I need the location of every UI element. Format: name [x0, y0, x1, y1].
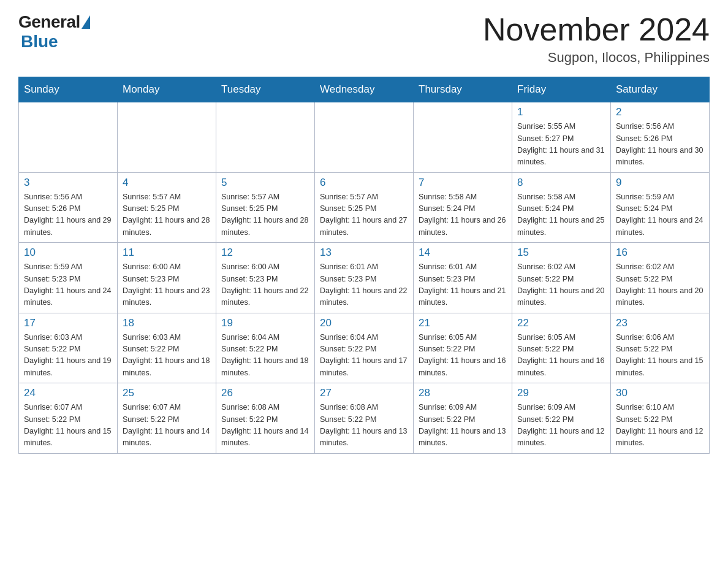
month-title: November 2024	[483, 12, 710, 47]
calendar-header-sunday: Sunday	[19, 77, 118, 102]
day-info: Sunrise: 6:04 AMSunset: 5:22 PMDaylight:…	[320, 332, 408, 380]
day-number: 22	[517, 317, 605, 329]
day-info: Sunrise: 5:57 AMSunset: 5:25 PMDaylight:…	[320, 191, 408, 239]
day-info: Sunrise: 6:02 AMSunset: 5:22 PMDaylight:…	[616, 261, 704, 309]
day-info: Sunrise: 5:58 AMSunset: 5:24 PMDaylight:…	[419, 191, 507, 239]
calendar-header-friday: Friday	[512, 77, 611, 102]
day-info: Sunrise: 6:01 AMSunset: 5:23 PMDaylight:…	[320, 261, 408, 309]
calendar-cell	[216, 102, 315, 173]
calendar-table: SundayMondayTuesdayWednesdayThursdayFrid…	[18, 77, 710, 454]
day-number: 4	[123, 177, 211, 189]
calendar-cell: 22Sunrise: 6:05 AMSunset: 5:22 PMDayligh…	[512, 313, 611, 383]
calendar-header-tuesday: Tuesday	[216, 77, 315, 102]
day-info: Sunrise: 6:00 AMSunset: 5:23 PMDaylight:…	[221, 261, 309, 309]
day-info: Sunrise: 5:56 AMSunset: 5:26 PMDaylight:…	[616, 121, 704, 169]
day-number: 7	[419, 177, 507, 189]
day-number: 13	[320, 247, 408, 259]
day-info: Sunrise: 6:01 AMSunset: 5:23 PMDaylight:…	[419, 261, 507, 309]
day-number: 25	[123, 387, 211, 399]
day-info: Sunrise: 6:03 AMSunset: 5:22 PMDaylight:…	[24, 332, 112, 380]
calendar-cell: 23Sunrise: 6:06 AMSunset: 5:22 PMDayligh…	[611, 313, 710, 383]
day-number: 1	[517, 106, 605, 118]
day-number: 15	[517, 247, 605, 259]
calendar-cell: 14Sunrise: 6:01 AMSunset: 5:23 PMDayligh…	[414, 243, 512, 313]
day-info: Sunrise: 6:09 AMSunset: 5:22 PMDaylight:…	[419, 402, 507, 450]
calendar-cell	[315, 102, 414, 173]
day-info: Sunrise: 5:59 AMSunset: 5:24 PMDaylight:…	[616, 191, 704, 239]
calendar-cell: 5Sunrise: 5:57 AMSunset: 5:25 PMDaylight…	[216, 172, 315, 243]
day-number: 20	[320, 317, 408, 329]
calendar-cell: 17Sunrise: 6:03 AMSunset: 5:22 PMDayligh…	[19, 313, 118, 383]
day-info: Sunrise: 6:08 AMSunset: 5:22 PMDaylight:…	[221, 402, 309, 450]
day-info: Sunrise: 6:04 AMSunset: 5:22 PMDaylight:…	[221, 332, 309, 380]
day-info: Sunrise: 6:00 AMSunset: 5:23 PMDaylight:…	[123, 261, 211, 309]
calendar-header-row: SundayMondayTuesdayWednesdayThursdayFrid…	[19, 77, 710, 102]
calendar-cell: 20Sunrise: 6:04 AMSunset: 5:22 PMDayligh…	[315, 313, 414, 383]
day-number: 24	[24, 387, 112, 399]
calendar-week-row: 10Sunrise: 5:59 AMSunset: 5:23 PMDayligh…	[19, 243, 710, 313]
day-info: Sunrise: 5:59 AMSunset: 5:23 PMDaylight:…	[24, 261, 112, 309]
day-number: 30	[616, 387, 704, 399]
day-number: 11	[123, 247, 211, 259]
day-info: Sunrise: 6:02 AMSunset: 5:22 PMDaylight:…	[517, 261, 605, 309]
day-number: 3	[24, 177, 112, 189]
calendar-week-row: 24Sunrise: 6:07 AMSunset: 5:22 PMDayligh…	[19, 383, 710, 454]
day-info: Sunrise: 6:03 AMSunset: 5:22 PMDaylight:…	[123, 332, 211, 380]
calendar-cell: 30Sunrise: 6:10 AMSunset: 5:22 PMDayligh…	[611, 383, 710, 454]
day-number: 2	[616, 106, 704, 118]
calendar-cell: 10Sunrise: 5:59 AMSunset: 5:23 PMDayligh…	[19, 243, 118, 313]
calendar-cell	[414, 102, 512, 173]
calendar-cell: 12Sunrise: 6:00 AMSunset: 5:23 PMDayligh…	[216, 243, 315, 313]
day-info: Sunrise: 6:07 AMSunset: 5:22 PMDaylight:…	[123, 402, 211, 450]
day-number: 28	[419, 387, 507, 399]
calendar-cell: 7Sunrise: 5:58 AMSunset: 5:24 PMDaylight…	[414, 172, 512, 243]
calendar-week-row: 3Sunrise: 5:56 AMSunset: 5:26 PMDaylight…	[19, 172, 710, 243]
logo: General Blue	[18, 12, 90, 52]
calendar-cell: 2Sunrise: 5:56 AMSunset: 5:26 PMDaylight…	[611, 102, 710, 173]
calendar-header-saturday: Saturday	[611, 77, 710, 102]
day-number: 12	[221, 247, 309, 259]
day-info: Sunrise: 6:10 AMSunset: 5:22 PMDaylight:…	[616, 402, 704, 450]
day-info: Sunrise: 5:57 AMSunset: 5:25 PMDaylight:…	[123, 191, 211, 239]
calendar-cell: 28Sunrise: 6:09 AMSunset: 5:22 PMDayligh…	[414, 383, 512, 454]
calendar-header-thursday: Thursday	[414, 77, 512, 102]
day-number: 19	[221, 317, 309, 329]
calendar-cell: 15Sunrise: 6:02 AMSunset: 5:22 PMDayligh…	[512, 243, 611, 313]
day-info: Sunrise: 5:58 AMSunset: 5:24 PMDaylight:…	[517, 191, 605, 239]
calendar-cell: 8Sunrise: 5:58 AMSunset: 5:24 PMDaylight…	[512, 172, 611, 243]
calendar-cell: 27Sunrise: 6:08 AMSunset: 5:22 PMDayligh…	[315, 383, 414, 454]
logo-top: General	[18, 12, 90, 32]
calendar-week-row: 1Sunrise: 5:55 AMSunset: 5:27 PMDaylight…	[19, 102, 710, 173]
title-section: November 2024 Sugpon, Ilocos, Philippine…	[483, 12, 710, 66]
calendar-header-monday: Monday	[118, 77, 216, 102]
day-info: Sunrise: 6:07 AMSunset: 5:22 PMDaylight:…	[24, 402, 112, 450]
day-info: Sunrise: 6:08 AMSunset: 5:22 PMDaylight:…	[320, 402, 408, 450]
day-info: Sunrise: 5:55 AMSunset: 5:27 PMDaylight:…	[517, 121, 605, 169]
calendar-cell: 29Sunrise: 6:09 AMSunset: 5:22 PMDayligh…	[512, 383, 611, 454]
calendar-cell: 18Sunrise: 6:03 AMSunset: 5:22 PMDayligh…	[118, 313, 216, 383]
logo-triangle-icon	[82, 15, 90, 29]
day-info: Sunrise: 6:05 AMSunset: 5:22 PMDaylight:…	[517, 332, 605, 380]
logo-general-text: General	[18, 12, 80, 32]
day-number: 29	[517, 387, 605, 399]
day-number: 5	[221, 177, 309, 189]
calendar-cell: 1Sunrise: 5:55 AMSunset: 5:27 PMDaylight…	[512, 102, 611, 173]
calendar-cell: 9Sunrise: 5:59 AMSunset: 5:24 PMDaylight…	[611, 172, 710, 243]
day-info: Sunrise: 6:09 AMSunset: 5:22 PMDaylight:…	[517, 402, 605, 450]
day-number: 9	[616, 177, 704, 189]
day-number: 6	[320, 177, 408, 189]
calendar-cell: 19Sunrise: 6:04 AMSunset: 5:22 PMDayligh…	[216, 313, 315, 383]
day-number: 23	[616, 317, 704, 329]
calendar-header-wednesday: Wednesday	[315, 77, 414, 102]
logo-blue-text: Blue	[21, 32, 58, 52]
day-number: 18	[123, 317, 211, 329]
day-number: 26	[221, 387, 309, 399]
calendar-cell: 25Sunrise: 6:07 AMSunset: 5:22 PMDayligh…	[118, 383, 216, 454]
calendar-cell: 4Sunrise: 5:57 AMSunset: 5:25 PMDaylight…	[118, 172, 216, 243]
day-number: 17	[24, 317, 112, 329]
day-info: Sunrise: 5:57 AMSunset: 5:25 PMDaylight:…	[221, 191, 309, 239]
calendar-cell: 3Sunrise: 5:56 AMSunset: 5:26 PMDaylight…	[19, 172, 118, 243]
location: Sugpon, Ilocos, Philippines	[483, 50, 710, 66]
day-number: 27	[320, 387, 408, 399]
calendar-cell: 26Sunrise: 6:08 AMSunset: 5:22 PMDayligh…	[216, 383, 315, 454]
